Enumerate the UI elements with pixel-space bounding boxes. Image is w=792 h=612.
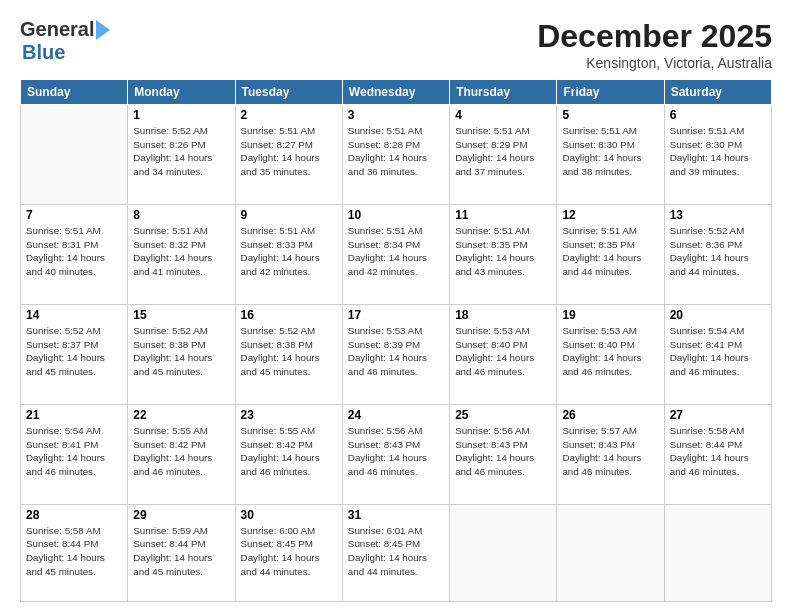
day-info: Sunrise: 5:59 AM Sunset: 8:44 PM Dayligh… — [133, 524, 229, 579]
day-info: Sunrise: 5:52 AM Sunset: 8:36 PM Dayligh… — [670, 224, 766, 279]
table-row: 4Sunrise: 5:51 AM Sunset: 8:29 PM Daylig… — [450, 105, 557, 205]
table-row: 11Sunrise: 5:51 AM Sunset: 8:35 PM Dayli… — [450, 204, 557, 304]
header: General Blue December 2025 Kensington, V… — [20, 18, 772, 71]
col-tuesday: Tuesday — [235, 80, 342, 105]
day-info: Sunrise: 5:51 AM Sunset: 8:27 PM Dayligh… — [241, 124, 337, 179]
table-row: 27Sunrise: 5:58 AM Sunset: 8:44 PM Dayli… — [664, 404, 771, 504]
table-row: 21Sunrise: 5:54 AM Sunset: 8:41 PM Dayli… — [21, 404, 128, 504]
day-info: Sunrise: 5:51 AM Sunset: 8:28 PM Dayligh… — [348, 124, 444, 179]
table-row: 13Sunrise: 5:52 AM Sunset: 8:36 PM Dayli… — [664, 204, 771, 304]
page: General Blue December 2025 Kensington, V… — [0, 0, 792, 612]
day-number: 6 — [670, 108, 766, 122]
table-row: 3Sunrise: 5:51 AM Sunset: 8:28 PM Daylig… — [342, 105, 449, 205]
day-number: 17 — [348, 308, 444, 322]
table-row: 25Sunrise: 5:56 AM Sunset: 8:43 PM Dayli… — [450, 404, 557, 504]
day-info: Sunrise: 5:56 AM Sunset: 8:43 PM Dayligh… — [348, 424, 444, 479]
day-info: Sunrise: 5:51 AM Sunset: 8:35 PM Dayligh… — [562, 224, 658, 279]
title-area: December 2025 Kensington, Victoria, Aust… — [537, 18, 772, 71]
day-number: 18 — [455, 308, 551, 322]
day-number: 21 — [26, 408, 122, 422]
table-row: 26Sunrise: 5:57 AM Sunset: 8:43 PM Dayli… — [557, 404, 664, 504]
table-row: 18Sunrise: 5:53 AM Sunset: 8:40 PM Dayli… — [450, 304, 557, 404]
day-number: 2 — [241, 108, 337, 122]
day-number: 11 — [455, 208, 551, 222]
month-title: December 2025 — [537, 18, 772, 55]
day-info: Sunrise: 5:51 AM Sunset: 8:29 PM Dayligh… — [455, 124, 551, 179]
col-sunday: Sunday — [21, 80, 128, 105]
table-row: 17Sunrise: 5:53 AM Sunset: 8:39 PM Dayli… — [342, 304, 449, 404]
col-thursday: Thursday — [450, 80, 557, 105]
day-info: Sunrise: 5:52 AM Sunset: 8:38 PM Dayligh… — [241, 324, 337, 379]
table-row: 30Sunrise: 6:00 AM Sunset: 8:45 PM Dayli… — [235, 504, 342, 601]
calendar-week-row: 21Sunrise: 5:54 AM Sunset: 8:41 PM Dayli… — [21, 404, 772, 504]
day-info: Sunrise: 5:51 AM Sunset: 8:31 PM Dayligh… — [26, 224, 122, 279]
day-number: 29 — [133, 508, 229, 522]
day-info: Sunrise: 5:51 AM Sunset: 8:34 PM Dayligh… — [348, 224, 444, 279]
day-number: 5 — [562, 108, 658, 122]
table-row: 28Sunrise: 5:58 AM Sunset: 8:44 PM Dayli… — [21, 504, 128, 601]
table-row: 6Sunrise: 5:51 AM Sunset: 8:30 PM Daylig… — [664, 105, 771, 205]
day-number: 27 — [670, 408, 766, 422]
calendar-table: Sunday Monday Tuesday Wednesday Thursday… — [20, 79, 772, 602]
day-number: 13 — [670, 208, 766, 222]
day-info: Sunrise: 5:51 AM Sunset: 8:35 PM Dayligh… — [455, 224, 551, 279]
day-info: Sunrise: 5:52 AM Sunset: 8:38 PM Dayligh… — [133, 324, 229, 379]
col-saturday: Saturday — [664, 80, 771, 105]
table-row: 20Sunrise: 5:54 AM Sunset: 8:41 PM Dayli… — [664, 304, 771, 404]
day-number: 25 — [455, 408, 551, 422]
calendar-week-row: 1Sunrise: 5:52 AM Sunset: 8:26 PM Daylig… — [21, 105, 772, 205]
day-info: Sunrise: 5:55 AM Sunset: 8:42 PM Dayligh… — [133, 424, 229, 479]
day-number: 3 — [348, 108, 444, 122]
logo-arrow-icon — [96, 20, 110, 40]
table-row: 8Sunrise: 5:51 AM Sunset: 8:32 PM Daylig… — [128, 204, 235, 304]
day-info: Sunrise: 5:58 AM Sunset: 8:44 PM Dayligh… — [670, 424, 766, 479]
day-number: 19 — [562, 308, 658, 322]
day-number: 1 — [133, 108, 229, 122]
day-number: 24 — [348, 408, 444, 422]
logo: General Blue — [20, 18, 110, 64]
day-number: 7 — [26, 208, 122, 222]
table-row: 14Sunrise: 5:52 AM Sunset: 8:37 PM Dayli… — [21, 304, 128, 404]
day-number: 9 — [241, 208, 337, 222]
calendar-week-row: 7Sunrise: 5:51 AM Sunset: 8:31 PM Daylig… — [21, 204, 772, 304]
table-row: 12Sunrise: 5:51 AM Sunset: 8:35 PM Dayli… — [557, 204, 664, 304]
table-row — [450, 504, 557, 601]
day-number: 26 — [562, 408, 658, 422]
day-info: Sunrise: 5:54 AM Sunset: 8:41 PM Dayligh… — [670, 324, 766, 379]
day-number: 31 — [348, 508, 444, 522]
day-number: 10 — [348, 208, 444, 222]
table-row: 5Sunrise: 5:51 AM Sunset: 8:30 PM Daylig… — [557, 105, 664, 205]
calendar-week-row: 28Sunrise: 5:58 AM Sunset: 8:44 PM Dayli… — [21, 504, 772, 601]
calendar-header-row: Sunday Monday Tuesday Wednesday Thursday… — [21, 80, 772, 105]
day-number: 20 — [670, 308, 766, 322]
table-row: 31Sunrise: 6:01 AM Sunset: 8:45 PM Dayli… — [342, 504, 449, 601]
day-number: 4 — [455, 108, 551, 122]
table-row: 29Sunrise: 5:59 AM Sunset: 8:44 PM Dayli… — [128, 504, 235, 601]
logo-general: General — [20, 18, 94, 41]
day-info: Sunrise: 5:56 AM Sunset: 8:43 PM Dayligh… — [455, 424, 551, 479]
day-info: Sunrise: 5:53 AM Sunset: 8:40 PM Dayligh… — [562, 324, 658, 379]
table-row: 16Sunrise: 5:52 AM Sunset: 8:38 PM Dayli… — [235, 304, 342, 404]
day-number: 15 — [133, 308, 229, 322]
day-info: Sunrise: 5:53 AM Sunset: 8:39 PM Dayligh… — [348, 324, 444, 379]
day-number: 12 — [562, 208, 658, 222]
table-row: 15Sunrise: 5:52 AM Sunset: 8:38 PM Dayli… — [128, 304, 235, 404]
day-info: Sunrise: 5:57 AM Sunset: 8:43 PM Dayligh… — [562, 424, 658, 479]
table-row — [664, 504, 771, 601]
day-number: 8 — [133, 208, 229, 222]
table-row: 10Sunrise: 5:51 AM Sunset: 8:34 PM Dayli… — [342, 204, 449, 304]
day-info: Sunrise: 5:51 AM Sunset: 8:33 PM Dayligh… — [241, 224, 337, 279]
day-number: 16 — [241, 308, 337, 322]
table-row: 9Sunrise: 5:51 AM Sunset: 8:33 PM Daylig… — [235, 204, 342, 304]
day-number: 14 — [26, 308, 122, 322]
day-number: 30 — [241, 508, 337, 522]
day-info: Sunrise: 5:55 AM Sunset: 8:42 PM Dayligh… — [241, 424, 337, 479]
table-row: 2Sunrise: 5:51 AM Sunset: 8:27 PM Daylig… — [235, 105, 342, 205]
day-info: Sunrise: 5:51 AM Sunset: 8:30 PM Dayligh… — [562, 124, 658, 179]
day-info: Sunrise: 5:52 AM Sunset: 8:26 PM Dayligh… — [133, 124, 229, 179]
day-number: 28 — [26, 508, 122, 522]
table-row: 23Sunrise: 5:55 AM Sunset: 8:42 PM Dayli… — [235, 404, 342, 504]
location-subtitle: Kensington, Victoria, Australia — [537, 55, 772, 71]
col-friday: Friday — [557, 80, 664, 105]
table-row: 22Sunrise: 5:55 AM Sunset: 8:42 PM Dayli… — [128, 404, 235, 504]
